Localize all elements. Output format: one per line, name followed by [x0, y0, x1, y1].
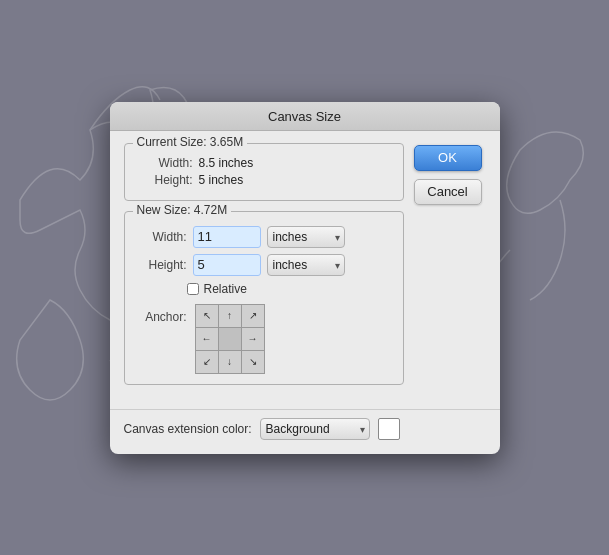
dialog-titlebar: Canvas Size [110, 102, 500, 131]
anchor-top-left[interactable]: ↖ [196, 305, 218, 327]
canvas-size-dialog: Canvas Size Current Size: 3.65M Width: 8… [110, 102, 500, 454]
current-height-label: Height: [145, 173, 193, 187]
extension-select-wrapper: Background Foreground White Black Gray O… [260, 418, 370, 440]
height-unit-select[interactable]: inches pixels cm mm points picas percent [267, 254, 345, 276]
anchor-top-center[interactable]: ↑ [219, 305, 241, 327]
ok-button[interactable]: OK [414, 145, 482, 171]
anchor-grid: ↖ ↑ ↗ ← → ↙ ↓ ↘ [195, 304, 265, 374]
new-width-label: Width: [135, 230, 187, 244]
current-width-row: Width: 8.5 inches [135, 156, 393, 170]
anchor-row: Anchor: ↖ ↑ ↗ ← → ↙ ↓ [135, 304, 393, 374]
new-size-legend: New Size: 4.72M [133, 203, 232, 217]
cancel-button[interactable]: Cancel [414, 179, 482, 205]
current-width-value: 8.5 inches [199, 156, 254, 170]
anchor-middle-right[interactable]: → [242, 328, 264, 350]
current-height-row: Height: 5 inches [135, 173, 393, 187]
new-height-row: Height: inches pixels cm mm points picas… [135, 254, 393, 276]
extension-row: Canvas extension color: Background Foreg… [110, 409, 500, 454]
new-size-content: Width: inches pixels cm mm points picas … [135, 220, 393, 374]
width-unit-select[interactable]: inches pixels cm mm points picas percent [267, 226, 345, 248]
anchor-label: Anchor: [135, 304, 187, 324]
current-size-content: Width: 8.5 inches Height: 5 inches [135, 152, 393, 187]
height-unit-wrapper: inches pixels cm mm points picas percent [261, 254, 345, 276]
extension-color-swatch[interactable] [378, 418, 400, 440]
anchor-bottom-right[interactable]: ↘ [242, 351, 264, 373]
anchor-top-right[interactable]: ↗ [242, 305, 264, 327]
dialog-left-panel: Current Size: 3.65M Width: 8.5 inches He… [124, 143, 404, 395]
relative-row: Relative [135, 282, 393, 296]
anchor-middle-center[interactable] [219, 328, 241, 350]
current-width-label: Width: [145, 156, 193, 170]
extension-color-select[interactable]: Background Foreground White Black Gray O… [260, 418, 370, 440]
new-height-label: Height: [135, 258, 187, 272]
anchor-bottom-left[interactable]: ↙ [196, 351, 218, 373]
anchor-middle-left[interactable]: ← [196, 328, 218, 350]
relative-label: Relative [204, 282, 247, 296]
anchor-bottom-center[interactable]: ↓ [219, 351, 241, 373]
new-size-group: New Size: 4.72M Width: inches pixels cm … [124, 211, 404, 385]
dialog-right-panel: OK Cancel [414, 143, 486, 395]
width-input[interactable] [193, 226, 261, 248]
relative-checkbox[interactable] [187, 283, 199, 295]
extension-label: Canvas extension color: [124, 422, 252, 436]
height-input[interactable] [193, 254, 261, 276]
width-unit-wrapper: inches pixels cm mm points picas percent [261, 226, 345, 248]
dialog-title: Canvas Size [268, 109, 341, 124]
current-size-legend: Current Size: 3.65M [133, 135, 248, 149]
current-size-group: Current Size: 3.65M Width: 8.5 inches He… [124, 143, 404, 201]
current-height-value: 5 inches [199, 173, 244, 187]
dialog-body: Current Size: 3.65M Width: 8.5 inches He… [110, 131, 500, 409]
new-width-row: Width: inches pixels cm mm points picas … [135, 226, 393, 248]
